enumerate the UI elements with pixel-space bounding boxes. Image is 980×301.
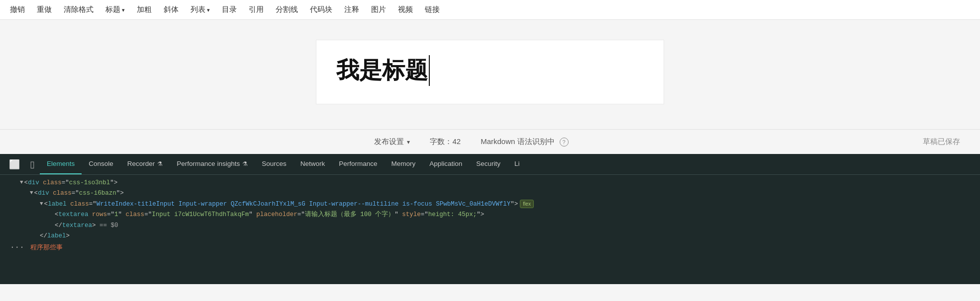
collapse-toggle-2[interactable]: ▼ xyxy=(30,189,33,197)
toolbar-redo[interactable]: 重做 xyxy=(37,5,52,14)
toolbar-undo[interactable]: 撤销 xyxy=(10,5,25,14)
recorder-flask-icon: ⚗ xyxy=(157,160,163,167)
toolbar-list[interactable]: 列表 xyxy=(191,5,210,14)
word-count: 字数：42 xyxy=(430,137,461,147)
tab-performance-insights[interactable]: Performance insights ⚗ xyxy=(170,154,255,174)
devtools-panel: ⬜ ▯ Elements Console Recorder ⚗ Performa… xyxy=(0,154,980,284)
tab-li-label: Li xyxy=(514,160,520,167)
tab-application-label: Application xyxy=(429,160,462,167)
devtools-tab-bar: ⬜ ▯ Elements Console Recorder ⚗ Performa… xyxy=(0,154,980,175)
tab-performance[interactable]: Performance xyxy=(332,154,384,174)
toolbar-clear-format[interactable]: 清除格式 xyxy=(64,5,94,14)
tab-performance-insights-label: Performance insights xyxy=(177,160,240,167)
tab-application[interactable]: Application xyxy=(422,154,469,174)
mobile-icon[interactable]: ▯ xyxy=(25,154,40,174)
toolbar-image[interactable]: 图片 xyxy=(371,5,386,14)
tab-performance-label: Performance xyxy=(339,160,377,167)
toolbar-heading[interactable]: 标题 xyxy=(105,5,125,14)
publish-label: 发布设置 xyxy=(374,137,404,147)
toolbar-toc[interactable]: 目录 xyxy=(222,5,237,14)
tab-sources-label: Sources xyxy=(262,160,287,167)
more-options-icon[interactable]: ··· xyxy=(10,243,24,252)
word-count-label: 字数：42 xyxy=(430,137,461,147)
status-bar-left: 发布设置 ▾ 字数：42 Markdown 语法识别中 ? xyxy=(20,137,923,147)
markdown-label: Markdown 语法识别中 xyxy=(481,137,554,147)
flex-badge: flex xyxy=(520,200,534,209)
publish-settings[interactable]: 发布设置 ▾ xyxy=(374,137,410,147)
tab-elements[interactable]: Elements xyxy=(40,154,82,174)
tab-recorder[interactable]: Recorder ⚗ xyxy=(120,154,170,174)
toolbar-bold[interactable]: 加粗 xyxy=(137,5,152,14)
tab-security[interactable]: Security xyxy=(469,154,507,174)
tab-elements-label: Elements xyxy=(47,160,75,167)
tab-memory[interactable]: Memory xyxy=(385,154,423,174)
tab-li[interactable]: Li xyxy=(507,154,527,174)
help-icon[interactable]: ? xyxy=(560,138,569,147)
status-bar: 发布设置 ▾ 字数：42 Markdown 语法识别中 ? 草稿已保存 xyxy=(0,129,980,154)
tab-security-label: Security xyxy=(476,160,500,167)
toolbar-codeblock[interactable]: 代码块 xyxy=(310,5,332,14)
tab-console[interactable]: Console xyxy=(82,154,120,174)
code-line-5: </textarea> == $0 xyxy=(0,221,980,231)
publish-arrow-icon: ▾ xyxy=(407,139,410,146)
toolbar-link[interactable]: 链接 xyxy=(425,5,440,14)
code-line-1: ▼ <div class="css-1so3nbl"> xyxy=(0,178,980,188)
tab-console-label: Console xyxy=(89,160,113,167)
toolbar-video[interactable]: 视频 xyxy=(398,5,413,14)
brand-label[interactable]: 程序那些事 xyxy=(30,243,63,252)
toolbar-divider[interactable]: 分割线 xyxy=(276,5,298,14)
tab-network-label: Network xyxy=(300,160,325,167)
collapse-toggle-3[interactable]: ▼ xyxy=(40,200,43,208)
devtools-code-panel: ▼ <div class="css-1so3nbl"> ▼ <div class… xyxy=(0,175,980,284)
performance-flask-icon: ⚗ xyxy=(242,160,248,167)
editor-area: 我是标题 xyxy=(0,20,980,129)
devtools-bottom-bar: ··· 程序那些事 xyxy=(0,241,980,253)
toolbar-italic[interactable]: 斜体 xyxy=(164,5,179,14)
saved-status: 草稿已保存 xyxy=(923,137,960,147)
editor-toolbar: 撤销 重做 清除格式 标题 加粗 斜体 列表 目录 引用 分割线 代码块 注释 … xyxy=(0,0,980,20)
markdown-status: Markdown 语法识别中 ? xyxy=(481,137,568,147)
code-line-3: ▼ <label class="WriteIndex-titleInput In… xyxy=(0,199,980,210)
tab-memory-label: Memory xyxy=(392,160,416,167)
code-line-4: <textarea rows="1" class="Input i7cW1Ucw… xyxy=(0,210,980,220)
code-line-2: ▼ <div class="css-i6bazn"> xyxy=(0,188,980,199)
cursor-icon[interactable]: ⬜ xyxy=(4,154,25,174)
code-line-6: </label> xyxy=(0,231,980,241)
tab-sources[interactable]: Sources xyxy=(255,154,294,174)
collapse-toggle-1[interactable]: ▼ xyxy=(20,178,23,187)
editor-title[interactable]: 我是标题 xyxy=(336,55,430,86)
tab-network[interactable]: Network xyxy=(294,154,332,174)
editor-content[interactable]: 我是标题 xyxy=(316,40,664,104)
toolbar-comment[interactable]: 注释 xyxy=(344,5,359,14)
tab-recorder-label: Recorder xyxy=(127,160,155,167)
toolbar-quote[interactable]: 引用 xyxy=(249,5,264,14)
